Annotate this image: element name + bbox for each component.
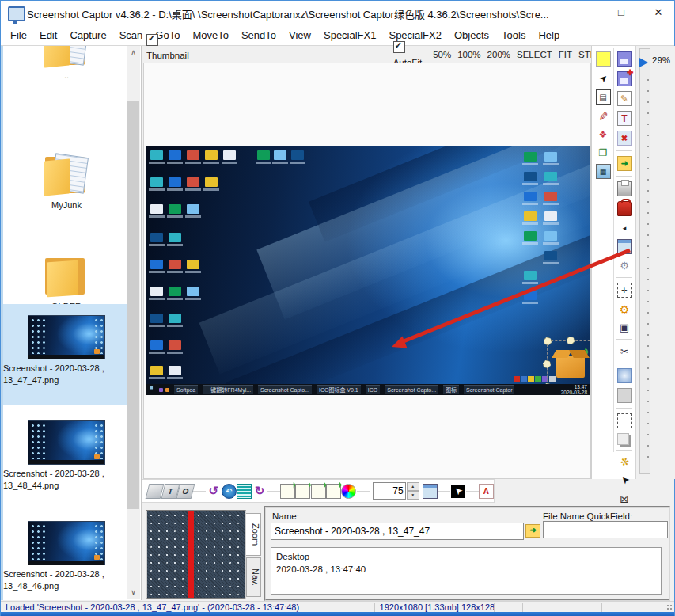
rotate-left-icon[interactable]: ↺	[207, 485, 220, 498]
move-file-icon[interactable]: ➜	[617, 156, 632, 171]
menu-objects[interactable]: Objects	[448, 26, 495, 44]
rename-file-button[interactable]: ➜	[525, 524, 540, 538]
zoom-preview-panel[interactable]	[146, 510, 246, 599]
caption-note-icon[interactable]: ▤	[596, 89, 611, 105]
undo-globe-icon[interactable]: ↶	[222, 484, 237, 499]
start-button-icon	[150, 386, 157, 394]
menu-tools[interactable]: Tools	[495, 26, 532, 44]
screenshot-thumbnail-item[interactable]: Screenshot - 2020-03-28 ,13_48_44.png	[3, 409, 130, 511]
menu-moveto[interactable]: MoveTo	[186, 26, 235, 44]
scroll-thumb[interactable]	[127, 101, 139, 509]
menu-view[interactable]: View	[283, 26, 317, 44]
close-button[interactable]: ✕	[640, 1, 675, 25]
menu-file[interactable]: File	[4, 26, 33, 44]
select-cursor-icon[interactable]: ➤	[615, 470, 634, 489]
deselect-icon[interactable]: ⊠	[618, 492, 631, 505]
loaded-screenshot-image[interactable]: ↷ Softpoa一键翻转FR4Myl...Screenshot Capto..…	[146, 146, 590, 395]
paste-image-icon[interactable]	[295, 484, 310, 499]
sidebar-scrollbar[interactable]: ∧ ∨	[127, 46, 140, 599]
spin-up-icon[interactable]: ▲	[407, 482, 419, 491]
desktop-icon	[205, 150, 218, 160]
selection-handle[interactable]	[567, 337, 575, 344]
highlight-color-icon[interactable]	[596, 51, 611, 67]
scan-object-icon[interactable]: O	[176, 484, 195, 499]
sidebar-item-older[interactable]: OLDER	[3, 211, 130, 313]
selection-handle[interactable]	[590, 337, 590, 345]
paste-image-icon[interactable]	[311, 484, 326, 499]
menu-edit[interactable]: Edit	[33, 26, 63, 44]
resize-canvas-icon[interactable]: ✛	[617, 283, 632, 298]
name-input[interactable]	[271, 523, 524, 540]
tab-zoom[interactable]: Zoom	[246, 513, 261, 556]
editor-canvas[interactable]: ↷ Softpoa一键翻转FR4Myl...Screenshot Capto..…	[143, 63, 591, 479]
menu-sendto[interactable]: SendTo	[235, 26, 283, 44]
color-wheel-icon[interactable]	[341, 484, 356, 499]
pdf-export-icon[interactable]: A	[479, 484, 494, 499]
desktop-icon	[544, 152, 557, 162]
caption-textarea[interactable]: Desktop 2020-03-28 , 13:47:40	[271, 547, 662, 595]
delete-file-icon[interactable]: ✖	[617, 131, 632, 146]
collapse-panel-icon[interactable]: ◂	[618, 221, 631, 234]
maximize-button[interactable]: □	[603, 1, 639, 25]
gray-effect-icon[interactable]	[617, 388, 632, 403]
zoom-option-100pct[interactable]: 100%	[457, 50, 480, 59]
zoom-slider[interactable]: 29%	[635, 46, 675, 479]
paintbrush-icon[interactable]: ✎	[597, 109, 610, 123]
arrow-tool-icon[interactable]: ➤	[593, 68, 612, 87]
zoom-option-fit[interactable]: FIT	[559, 50, 572, 59]
shadow-effect-icon[interactable]	[617, 433, 629, 445]
desktop-icon	[524, 211, 537, 221]
selection-handle[interactable]	[544, 337, 552, 345]
menu-capture[interactable]: Capture	[63, 26, 112, 44]
menu-specialfx1[interactable]: SpecialFX1	[317, 26, 382, 44]
edit-external-icon[interactable]: ✎	[617, 91, 632, 106]
package-object-icon[interactable]: ↷	[556, 356, 585, 378]
screenshot-thumbnail-item[interactable]: Screenshot - 2020-03-28 ,13_48_46.png	[3, 510, 130, 611]
zoom-slider-marker-icon[interactable]	[639, 58, 648, 67]
rotate-right-icon[interactable]: ↻	[252, 485, 266, 498]
selected-object[interactable]: ↷	[547, 340, 590, 390]
save-as-icon[interactable]: ✚	[617, 71, 632, 86]
taskbar-item: Softpoa	[174, 385, 198, 394]
quickfield-input[interactable]	[543, 521, 668, 538]
image-adjust-icon[interactable]	[423, 484, 438, 499]
selection-marquee-icon[interactable]	[617, 413, 632, 428]
text-lines-icon[interactable]	[237, 484, 252, 499]
zoom-option-select[interactable]: SELECT	[517, 50, 552, 59]
toolbox-icon[interactable]	[617, 201, 632, 216]
scroll-up-icon[interactable]: ∧	[127, 46, 140, 59]
magic-wand-icon[interactable]: ✻	[616, 454, 633, 471]
sidebar-item-myjunk[interactable]: MyJunk	[3, 109, 130, 211]
selection-handle[interactable]	[590, 360, 590, 368]
clipart-objects-icon[interactable]: ❖	[597, 127, 610, 141]
paste-image-icon[interactable]	[280, 484, 295, 499]
minimize-button[interactable]: —	[566, 1, 602, 25]
copy-region-icon[interactable]: ❐	[597, 146, 610, 159]
pick-tool-icon[interactable]: ➤	[451, 485, 465, 498]
blur-effect-icon[interactable]	[617, 368, 632, 383]
scroll-down-icon[interactable]: ∨	[127, 586, 140, 599]
save-icon[interactable]	[617, 51, 632, 67]
settings-gears-icon[interactable]: ⚙	[618, 259, 631, 272]
print-icon[interactable]	[617, 181, 632, 196]
sidebar-item-up[interactable]: ..	[3, 46, 130, 82]
screenshot-thumbnail-item[interactable]: Screenshot - 2020-03-28 ,13_47_47.png	[3, 304, 130, 405]
image-size-icon[interactable]: ▦	[596, 164, 611, 179]
frame-effect-icon[interactable]: ▣	[618, 321, 631, 334]
add-text-icon[interactable]: T	[617, 111, 632, 126]
preview-window-icon[interactable]	[617, 239, 632, 254]
selection-handle[interactable]	[543, 360, 551, 368]
desktop-icon	[205, 177, 218, 187]
menu-scan[interactable]: Scan	[113, 26, 150, 44]
zoom-option-50pct[interactable]: 50%	[433, 50, 451, 59]
spin-down-icon[interactable]: ▼	[407, 491, 419, 500]
resize-grip-icon[interactable]	[666, 604, 673, 610]
zoom-option-200pct[interactable]: 200%	[487, 50, 510, 59]
crop-icon[interactable]: ✂	[618, 344, 631, 358]
menu-help[interactable]: Help	[532, 26, 566, 44]
desktop-icon	[187, 204, 199, 214]
rotate-object-icon[interactable]: ⚙	[618, 302, 631, 316]
opacity-spinbox[interactable]	[373, 482, 406, 500]
paste-image-icon[interactable]	[326, 484, 341, 499]
tab-nav[interactable]: Nav.	[246, 557, 261, 597]
